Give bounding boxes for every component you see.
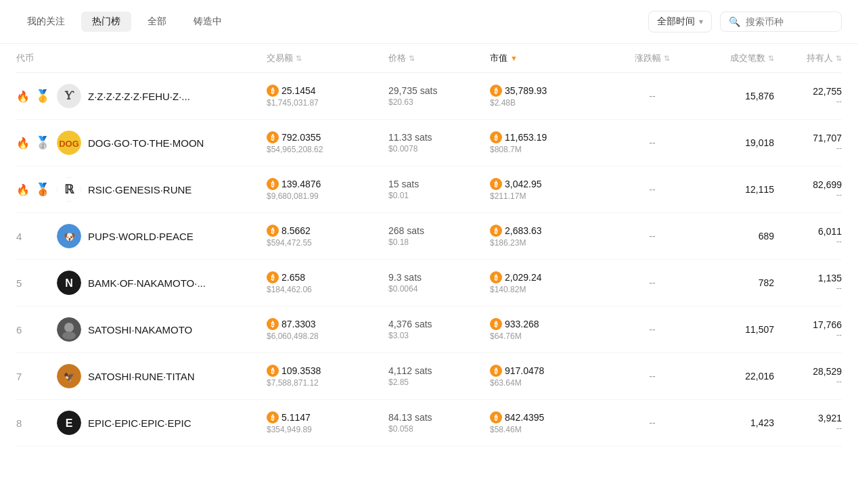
change-value: -- (649, 184, 655, 195)
trades-value: 689 (759, 231, 774, 242)
sort-icon-volume: ⇅ (296, 54, 302, 63)
svg-text:🦅: 🦅 (64, 371, 75, 383)
table-row[interactable]: 4 🐶 PUPS·WORLD·PEACE ₿ 8.5662 $594,472.5… (16, 213, 842, 260)
btc-icon: ₿ (267, 318, 279, 330)
svg-text:E: E (66, 417, 73, 429)
holders-sub: -- (836, 143, 842, 153)
col-header-trades[interactable]: 成交笔数 ⇅ (693, 52, 774, 64)
change-value: -- (649, 417, 655, 428)
table-row[interactable]: 🔥🥇 Ƴ Z·Z·Z·Z·Z·Z·FEHU·Z·... ₿ 25.1454 $1… (16, 73, 842, 120)
holders-cell: 3,921 -- (774, 413, 842, 433)
col-label-price: 价格 (388, 52, 406, 64)
price-sub: $0.0078 (388, 144, 490, 154)
col-header-volume[interactable]: 交易额 ⇅ (267, 52, 388, 64)
price-main: 15 sats (388, 179, 490, 189)
trades-cell: 12,115 (693, 184, 774, 195)
coin-name: BAMK·OF·NAKAMOTO·... (88, 277, 206, 289)
trades-value: 1,423 (750, 417, 774, 428)
coin-name: SATOSHI·NAKAMOTO (88, 324, 192, 336)
change-cell: -- (612, 137, 693, 148)
volume-cell: ₿ 87.3303 $6,060,498.28 (267, 318, 388, 341)
volume-main: ₿ 8.5662 (267, 225, 388, 237)
search-input[interactable] (746, 16, 833, 27)
mcap-main: ₿ 933.268 (490, 318, 612, 330)
holders-main: 82,699 (813, 179, 842, 190)
svg-text:🐶: 🐶 (64, 231, 76, 243)
price-main: 84.13 sats (388, 412, 490, 423)
table-row[interactable]: 🔥🥈 DOG DOG·GO·TO·THE·MOON ₿ 792.0355 $54… (16, 120, 842, 166)
change-value: -- (649, 277, 655, 288)
trades-cell: 19,018 (693, 137, 774, 148)
mcap-sub: $140.82M (490, 285, 612, 294)
avatar: 🐶 (57, 224, 81, 248)
change-cell: -- (612, 277, 693, 288)
holders-main: 28,529 (813, 366, 842, 377)
rank-cell: 🔥🥉 (16, 182, 57, 197)
time-filter[interactable]: 全部时间 ▾ (648, 11, 712, 32)
col-header-change[interactable]: 涨跌幅 ⇅ (612, 52, 693, 64)
holders-cell: 71,707 -- (774, 133, 842, 153)
volume-main: ₿ 2.658 (267, 271, 388, 283)
holders-sub: -- (836, 330, 842, 340)
coin-cell: ℝ RSIC·GENESIS·RUNE (57, 177, 267, 202)
change-cell: -- (612, 91, 693, 101)
coin-name: SATOSHI·RUNE·TITAN (88, 371, 195, 382)
mcap-main: ₿ 2,029.24 (490, 271, 612, 283)
price-main: 29,735 sats (388, 85, 490, 96)
coin-name: DOG·GO·TO·THE·MOON (88, 137, 204, 149)
volume-main: ₿ 5.1147 (267, 411, 388, 423)
mcap-cell: ₿ 933.268 $64.76M (490, 318, 612, 341)
holders-cell: 17,766 -- (774, 319, 842, 340)
rank-cell: 4 (16, 231, 57, 242)
svg-point-11 (64, 323, 74, 332)
holders-sub: -- (836, 283, 842, 293)
avatar: Ƴ (57, 84, 81, 108)
price-cell: 15 sats $0.01 (388, 179, 490, 200)
price-cell: 11.33 sats $0.0078 (388, 132, 490, 154)
coin-cell: SATOSHI·NAKAMOTO (57, 317, 267, 342)
price-sub: $3.03 (388, 331, 490, 340)
header: 我的关注 热门榜 全部 铸造中 全部时间 ▾ 🔍 (0, 0, 858, 44)
holders-sub: -- (836, 237, 842, 246)
col-header-mcap[interactable]: 市值 ▼ (490, 52, 612, 64)
volume-main: ₿ 87.3303 (267, 318, 388, 330)
table-row[interactable]: 8 E EPIC·EPIC·EPIC·EPIC ₿ 5.1147 $354,94… (16, 400, 842, 446)
mcap-sub: $211.17M (490, 191, 612, 201)
col-label-mcap: 市值 (490, 52, 507, 64)
mcap-main: ₿ 2,683.63 (490, 225, 612, 237)
volume-cell: ₿ 139.4876 $9,680,081.99 (267, 178, 388, 201)
table-row[interactable]: 🔥🥉 ℝ RSIC·GENESIS·RUNE ₿ 139.4876 $9,680… (16, 166, 842, 213)
avatar (57, 317, 81, 342)
volume-sub: $54,965,208.62 (267, 145, 388, 154)
tab-hot[interactable]: 热门榜 (81, 12, 131, 32)
trades-value: 11,507 (745, 324, 774, 335)
coin-cell: Ƴ Z·Z·Z·Z·Z·Z·FEHU·Z·... (57, 84, 267, 108)
tab-watchlist[interactable]: 我的关注 (16, 12, 76, 32)
volume-cell: ₿ 792.0355 $54,965,208.62 (267, 131, 388, 154)
col-header-holders[interactable]: 持有人 ⇅ (774, 52, 842, 64)
price-cell: 84.13 sats $0.058 (388, 412, 490, 434)
tab-minting[interactable]: 铸造中 (183, 12, 233, 32)
holders-main: 1,135 (818, 273, 842, 283)
volume-sub: $1,745,031.87 (267, 98, 388, 108)
price-sub: $0.01 (388, 191, 490, 200)
table-row[interactable]: 6 SATOSHI·NAKAMOTO ₿ 87.3303 $6,060,498.… (16, 306, 842, 353)
col-header-price[interactable]: 价格 ⇅ (388, 52, 490, 64)
btc-icon-mcap: ₿ (490, 365, 502, 377)
change-value: -- (649, 371, 655, 382)
price-sub: $0.0064 (388, 284, 490, 294)
tab-all[interactable]: 全部 (137, 12, 177, 32)
avatar: N (57, 271, 81, 295)
volume-sub: $184,462.06 (267, 285, 388, 294)
volume-sub: $594,472.55 (267, 238, 388, 248)
mcap-sub: $63.64M (490, 378, 612, 388)
volume-sub: $9,680,081.99 (267, 191, 388, 201)
table-row[interactable]: 7 🦅 SATOSHI·RUNE·TITAN ₿ 109.3538 $7,588… (16, 353, 842, 400)
volume-main: ₿ 792.0355 (267, 131, 388, 143)
holders-cell: 28,529 -- (774, 366, 842, 386)
svg-text:ℝ: ℝ (64, 183, 74, 196)
btc-icon-mcap: ₿ (490, 225, 502, 237)
col-header-rank: 代币 (16, 52, 57, 64)
table-row[interactable]: 5 N BAMK·OF·NAKAMOTO·... ₿ 2.658 $184,46… (16, 260, 842, 306)
mcap-sub: $58.46M (490, 425, 612, 434)
